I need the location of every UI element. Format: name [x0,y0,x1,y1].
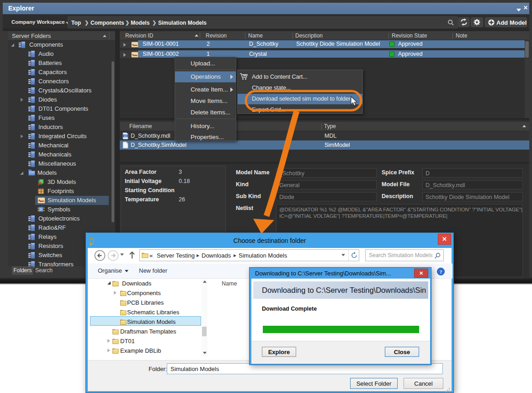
svg-text:?: ? [440,269,442,275]
svg-text:sim: sim [124,135,127,137]
